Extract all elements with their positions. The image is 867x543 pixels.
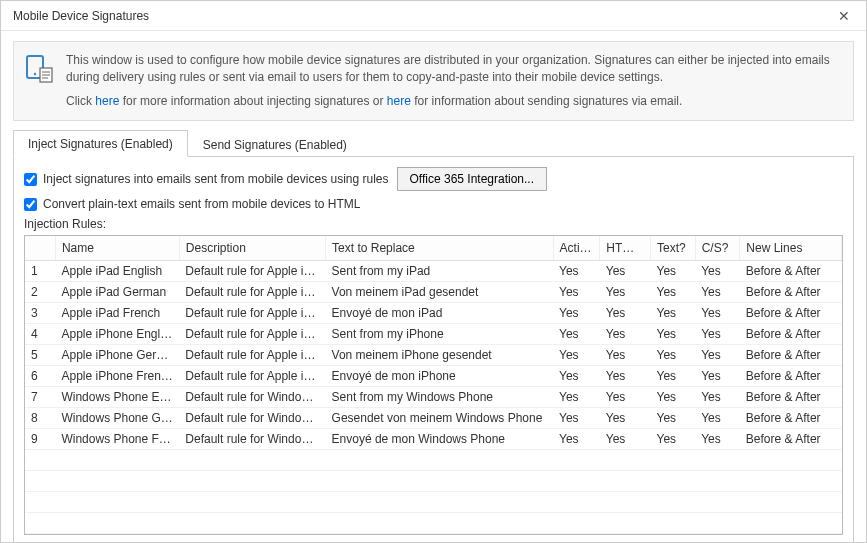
info-link-inject[interactable]: here <box>95 94 119 108</box>
tab-inject-signatures[interactable]: Inject Signatures (Enabled) <box>13 130 188 157</box>
table-row[interactable]: 9Windows Phone FrenchDefault rule for Wi… <box>25 429 842 450</box>
inject-checkbox[interactable] <box>24 173 37 186</box>
close-icon[interactable]: ✕ <box>830 8 858 24</box>
convert-checkbox[interactable] <box>24 198 37 211</box>
info-line1: This window is used to configure how mob… <box>66 52 841 87</box>
col-text-to-replace[interactable]: Text to Replace <box>326 236 553 261</box>
tabstrip: Inject Signatures (Enabled) Send Signatu… <box>13 129 854 157</box>
table-row[interactable]: 1Apple iPad EnglishDefault rule for Appl… <box>25 261 842 282</box>
window-title: Mobile Device Signatures <box>13 9 149 23</box>
col-description[interactable]: Description <box>179 236 325 261</box>
col-active[interactable]: Active? <box>553 236 600 261</box>
table-row[interactable] <box>25 450 842 471</box>
table-row[interactable]: 3Apple iPad FrenchDefault rule for Apple… <box>25 303 842 324</box>
table-row[interactable] <box>25 492 842 513</box>
tabpanel-inject: Inject signatures into emails sent from … <box>13 157 854 543</box>
col-cs[interactable]: C/S? <box>695 236 740 261</box>
info-line2: Click here for more information about in… <box>66 93 841 110</box>
col-newlines[interactable]: New Lines <box>740 236 842 261</box>
col-text[interactable]: Text? <box>651 236 696 261</box>
o365-integration-button[interactable]: Office 365 Integration... <box>397 167 548 191</box>
device-signature-icon <box>24 52 56 110</box>
col-index[interactable] <box>25 236 55 261</box>
inject-checkbox-label[interactable]: Inject signatures into emails sent from … <box>24 172 389 186</box>
tab-send-signatures[interactable]: Send Signatures (Enabled) <box>188 131 362 157</box>
titlebar: Mobile Device Signatures ✕ <box>1 1 866 31</box>
table-row[interactable] <box>25 471 842 492</box>
info-link-send[interactable]: here <box>387 94 411 108</box>
table-row[interactable]: 7Windows Phone EnglishDefault rule for W… <box>25 387 842 408</box>
col-name[interactable]: Name <box>55 236 179 261</box>
table-row[interactable]: 5Apple iPhone GermanDefault rule for App… <box>25 345 842 366</box>
table-row[interactable]: 6Apple iPhone FrenchDefault rule for App… <box>25 366 842 387</box>
table-row[interactable]: 4Apple iPhone EnglishDefault rule for Ap… <box>25 324 842 345</box>
convert-checkbox-label[interactable]: Convert plain-text emails sent from mobi… <box>24 197 360 211</box>
col-html[interactable]: HTML? <box>600 236 651 261</box>
svg-point-1 <box>34 73 36 75</box>
info-text: This window is used to configure how mob… <box>66 52 841 110</box>
info-panel: This window is used to configure how mob… <box>13 41 854 121</box>
table-row[interactable] <box>25 513 842 534</box>
table-row[interactable]: 8Windows Phone Ger...Default rule for Wi… <box>25 408 842 429</box>
injection-rules-label: Injection Rules: <box>24 217 843 231</box>
rules-grid[interactable]: Name Description Text to Replace Active?… <box>24 235 843 535</box>
header-row: Name Description Text to Replace Active?… <box>25 236 842 261</box>
table-row[interactable]: 2Apple iPad GermanDefault rule for Apple… <box>25 282 842 303</box>
